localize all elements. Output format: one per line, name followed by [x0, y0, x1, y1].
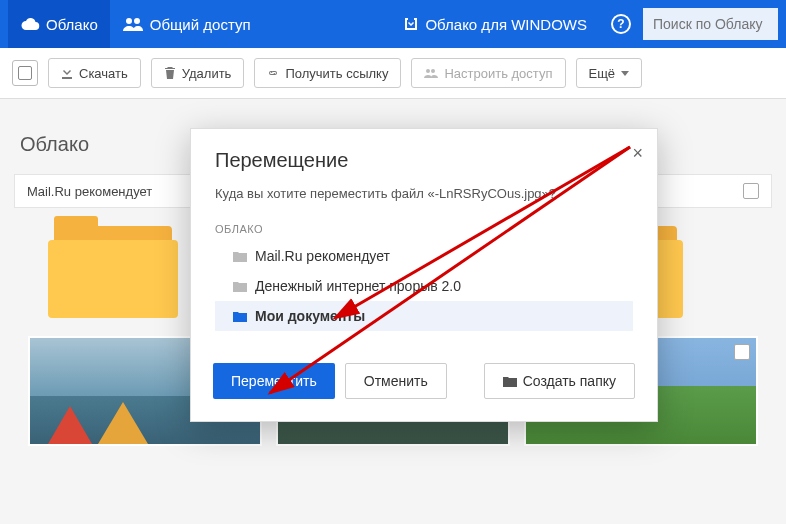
folder-small-icon: [233, 281, 247, 292]
tree-item-label: Мои документы: [255, 308, 365, 324]
folder-small-icon: [233, 311, 247, 322]
tree-item-label: Денежный интернет прорыв 2.0: [255, 278, 461, 294]
modal-header: Перемещение: [191, 129, 657, 180]
modal-close-button[interactable]: ×: [632, 143, 643, 164]
modal-question: Куда вы хотите переместить файл «-LnRSRy…: [215, 186, 633, 201]
folder-small-icon: [233, 251, 247, 262]
folder-plus-icon: [503, 376, 517, 387]
cancel-button[interactable]: Отменить: [345, 363, 447, 399]
folder-tree: Mail.Ru рекомендует Денежный интернет пр…: [215, 241, 633, 331]
tree-item[interactable]: Денежный интернет прорыв 2.0: [215, 271, 633, 301]
move-modal: × Перемещение Куда вы хотите переместить…: [190, 128, 658, 422]
tree-item[interactable]: Mail.Ru рекомендует: [215, 241, 633, 271]
create-folder-label: Создать папку: [523, 373, 616, 389]
move-button[interactable]: Переместить: [213, 363, 335, 399]
tree-item-selected[interactable]: Мои документы: [215, 301, 633, 331]
tree-item-label: Mail.Ru рекомендует: [255, 248, 390, 264]
close-icon: ×: [632, 143, 643, 163]
modal-body: Куда вы хотите переместить файл «-LnRSRy…: [191, 180, 657, 347]
tree-root-label: ОБЛАКО: [215, 223, 633, 235]
create-folder-button[interactable]: Создать папку: [484, 363, 635, 399]
modal-footer: Переместить Отменить Создать папку: [191, 347, 657, 421]
modal-overlay: × Перемещение Куда вы хотите переместить…: [0, 0, 786, 524]
modal-title: Перемещение: [215, 149, 633, 172]
